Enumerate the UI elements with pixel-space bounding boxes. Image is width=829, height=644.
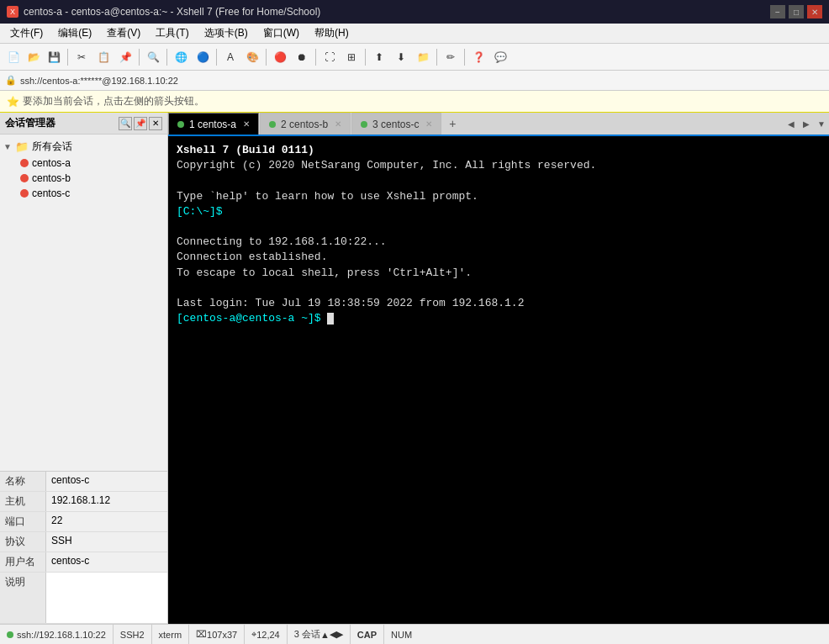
tab-nav-left[interactable]: ◀ (784, 113, 799, 135)
menu-window[interactable]: 窗口(W) (256, 24, 306, 42)
menu-help[interactable]: 帮助(H) (308, 24, 356, 42)
status-dimensions: ⌧ 107x37 (188, 625, 244, 644)
term-line-7: Last login: Tue Jul 19 18:38:59 2022 fro… (177, 296, 821, 311)
status-cap: CAP (350, 625, 383, 644)
status-address: ssh://192.168.1.10:22 (7, 625, 113, 644)
banner: ⭐ 要添加当前会话，点击左侧的箭头按钮。 (0, 91, 829, 113)
status-dimensions-text: 107x37 (207, 630, 237, 640)
tab-centos-c[interactable]: 3 centos-c ✕ (351, 113, 441, 135)
tb-chat-btn[interactable]: 💬 (490, 47, 510, 67)
menu-tabs[interactable]: 选项卡(B) (198, 24, 255, 42)
tab-centos-a[interactable]: 1 centos-a ✕ (168, 113, 259, 135)
session-item-centos-c[interactable]: centos-c (0, 186, 167, 201)
maximize-button[interactable]: □ (789, 5, 804, 18)
close-button[interactable]: ✕ (807, 5, 822, 18)
window-controls: − □ ✕ (770, 5, 822, 18)
tab-label-b: 2 centos-b (281, 119, 328, 130)
tb-globe-btn[interactable]: 🔵 (193, 47, 213, 67)
status-position: ⌖ 12,24 (244, 625, 287, 644)
tb-paste-btn[interactable]: 📌 (115, 47, 135, 67)
tab-close-a[interactable]: ✕ (243, 119, 250, 129)
info-value-host: 192.168.1.12 (46, 492, 167, 511)
status-sessions-arrow-right: ▶ (336, 629, 343, 640)
tb-sep-1 (67, 49, 68, 66)
info-value-username: centos-c (46, 552, 167, 572)
term-text-5: Connection established. (177, 251, 327, 263)
tb-new-btn[interactable]: 📄 (3, 47, 24, 67)
session-status-dot-c (20, 189, 29, 198)
tb-record-btn[interactable]: ⏺ (292, 47, 312, 67)
tb-sep-5 (266, 49, 267, 66)
banner-icon: ⭐ (7, 96, 19, 108)
tb-upload-btn[interactable]: ⬆ (369, 47, 389, 67)
terminal[interactable]: Xshell 7 (Build 0111) Copyright (c) 2020… (168, 136, 829, 624)
session-label-b: centos-b (32, 172, 71, 184)
tb-find-btn[interactable]: 🔍 (143, 47, 163, 67)
tree-root-all[interactable]: ▼ 📁 所有会话 (0, 138, 167, 156)
tab-close-b[interactable]: ✕ (335, 119, 341, 129)
tb-font-btn[interactable]: A (220, 47, 240, 67)
tb-split-btn[interactable]: ⊞ (341, 47, 362, 67)
menu-file[interactable]: 文件(F) (3, 24, 50, 42)
lock-icon: 🔒 (5, 75, 17, 86)
session-item-centos-a[interactable]: centos-a (0, 156, 167, 171)
tb-color-btn[interactable]: 🎨 (242, 47, 262, 67)
term-line-2: Type `help' to learn how to use Xshell p… (177, 189, 821, 204)
tab-close-c[interactable]: ✕ (425, 119, 432, 129)
sidebar-pin-btn[interactable]: 📌 (134, 117, 147, 130)
tb-download-btn[interactable]: ⬇ (391, 47, 411, 67)
term-line-1: Copyright (c) 2020 NetSarang Computer, I… (177, 158, 821, 173)
tb-sep-4 (216, 49, 217, 66)
status-connected-dot (7, 631, 13, 638)
tb-xftp-btn[interactable]: 📁 (413, 47, 433, 67)
tb-connect-btn[interactable]: 🌐 (171, 47, 191, 67)
tb-sep-6 (315, 49, 316, 66)
tb-copy-btn[interactable]: 📋 (93, 47, 114, 67)
tb-help-btn[interactable]: ❓ (468, 47, 488, 67)
term-line-6: To escape to local shell, press 'Ctrl+Al… (177, 266, 821, 281)
term-line-blank1 (177, 173, 821, 188)
sidebar-close-btn[interactable]: ✕ (149, 117, 162, 130)
toolbar-group-file: 📄 📂 💾 (3, 47, 64, 67)
tb-fullscreen-btn[interactable]: ⛶ (319, 47, 340, 67)
menu-tools[interactable]: 工具(T) (149, 24, 195, 42)
session-status-dot-a (20, 159, 29, 167)
tb-sep-3 (166, 49, 167, 66)
info-row-port: 端口 22 (0, 512, 167, 532)
tab-centos-b[interactable]: 2 centos-b ✕ (260, 113, 351, 135)
tab-label-a: 1 centos-a (189, 119, 236, 130)
menu-view[interactable]: 查看(V) (100, 24, 147, 42)
tb-open-btn[interactable]: 📂 (24, 47, 44, 67)
term-text-4: Connecting to 192.168.1.10:22... (177, 235, 387, 248)
title-left: X centos-a - centos-a@centos-a:~ - Xshel… (7, 6, 320, 18)
session-tree: ▼ 📁 所有会话 centos-a centos-b centos-c (0, 135, 167, 471)
tb-sep-9 (464, 49, 465, 66)
add-tab-button[interactable]: + (442, 113, 462, 135)
tb-stop-btn[interactable]: 🔴 (270, 47, 290, 67)
session-label-c: centos-c (32, 187, 70, 199)
term-line-blank2 (177, 219, 821, 235)
minimize-button[interactable]: − (770, 5, 785, 18)
info-row-protocol: 协议 SSH (0, 532, 167, 552)
tab-nav-menu[interactable]: ▼ (814, 113, 829, 135)
menu-edit[interactable]: 编辑(E) (51, 24, 98, 42)
status-position-text: 12,24 (256, 630, 280, 640)
tb-cut-btn[interactable]: ✂ (71, 47, 92, 67)
tb-compose-btn[interactable]: ✏ (441, 47, 461, 67)
tab-nav-right[interactable]: ▶ (799, 113, 814, 135)
tree-root-label: 所有会话 (32, 140, 72, 154)
tab-dot-a (177, 121, 184, 128)
menu-bar: 文件(F) 编辑(E) 查看(V) 工具(T) 选项卡(B) 窗口(W) 帮助(… (0, 24, 829, 44)
status-terminal: xterm (151, 625, 189, 644)
status-protocol: SSH2 (113, 625, 151, 644)
info-label-username: 用户名 (0, 552, 46, 572)
tab-nav: ◀ ▶ ▼ (784, 113, 829, 135)
tab-label-c: 3 centos-c (372, 119, 419, 130)
info-row-name: 名称 centos-c (0, 472, 167, 492)
tb-sep-2 (139, 49, 140, 66)
tb-save-btn[interactable]: 💾 (44, 47, 64, 67)
session-item-centos-b[interactable]: centos-b (0, 171, 167, 186)
term-prompt-local: [C:\~]$ (177, 205, 223, 218)
tree-folder-icon: 📁 (15, 140, 29, 153)
sidebar-search-btn[interactable]: 🔍 (119, 117, 132, 130)
